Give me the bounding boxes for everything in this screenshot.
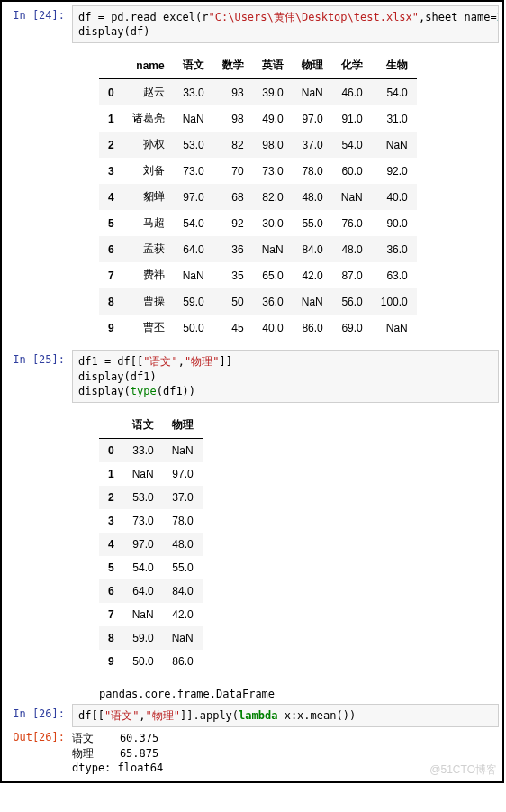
- cell: 48.0: [293, 184, 332, 210]
- cell: 55.0: [293, 210, 332, 236]
- cell: 78.0: [163, 509, 203, 533]
- cell: 48.0: [332, 236, 372, 262]
- cell: 42.0: [163, 603, 203, 626]
- cell: 100.0: [372, 288, 417, 315]
- row-index: 5: [99, 210, 123, 236]
- cell: 54.0: [123, 556, 163, 579]
- table-row: 7费祎NaN3565.042.087.063.0: [99, 262, 417, 288]
- cell: 70: [213, 158, 253, 184]
- cell-24-body: df = pd.read_excel(r"C:\Users\黄伟\Desktop…: [72, 5, 502, 350]
- cell: 97.0: [163, 462, 203, 486]
- row-index: 8: [99, 288, 123, 315]
- cell: 37.0: [293, 132, 332, 158]
- cell: 孟获: [123, 236, 174, 262]
- cell: 50: [213, 288, 253, 315]
- cell: 42.0: [293, 262, 332, 288]
- table-row: 9曹丕50.04540.086.069.0NaN: [99, 315, 417, 341]
- cell-25-body: df1 = df[["语文","物理"]] display(df1) displ…: [72, 350, 502, 704]
- table-row: 950.086.0: [99, 650, 203, 673]
- row-index: 1: [99, 462, 123, 486]
- prompt-in-24: In [24]:: [2, 5, 72, 22]
- cell: 40.0: [372, 184, 417, 210]
- cell: 65.0: [253, 262, 293, 288]
- row-index: 2: [99, 486, 123, 509]
- cell: 69.0: [332, 315, 372, 341]
- row-index: 4: [99, 184, 123, 210]
- row-index: 3: [99, 509, 123, 533]
- cell: 56.0: [332, 288, 372, 315]
- prompt-in-26: In [26]:: [2, 704, 72, 720]
- cell: 97.0: [293, 105, 332, 132]
- cell: 37.0: [163, 486, 203, 509]
- row-index: 7: [99, 262, 123, 288]
- cell: 92.0: [372, 158, 417, 184]
- cell: 40.0: [253, 315, 293, 341]
- column-header: [99, 412, 123, 439]
- cell: 86.0: [163, 650, 203, 673]
- cell: 73.0: [253, 158, 293, 184]
- cell: 50.0: [174, 315, 213, 341]
- cell: 68: [213, 184, 253, 210]
- code-input-25[interactable]: df1 = df[["语文","物理"]] display(df1) displ…: [72, 350, 499, 403]
- dataframe-table-1: name语文数学英语物理化学生物0赵云33.09339.0NaN46.054.0…: [99, 52, 417, 341]
- cell: 49.0: [253, 105, 293, 132]
- column-header: 语文: [123, 412, 163, 439]
- cell: NaN: [332, 184, 372, 210]
- row-index: 4: [99, 533, 123, 556]
- cell: 64.0: [174, 236, 213, 262]
- cell: NaN: [372, 132, 417, 158]
- cell: 46.0: [332, 79, 372, 106]
- cell: 马超: [123, 210, 174, 236]
- code-input-26[interactable]: df[["语文","物理"]].apply(lambda x:x.mean()): [72, 704, 499, 727]
- cell: 33.0: [123, 438, 163, 462]
- cell: 33.0: [174, 79, 213, 106]
- row-index: 0: [99, 79, 123, 106]
- cell: 31.0: [372, 105, 417, 132]
- cell: 诸葛亮: [123, 105, 174, 132]
- row-index: 9: [99, 315, 123, 341]
- cell: 45: [213, 315, 253, 341]
- table-row: 4貂蝉97.06882.048.0NaN40.0: [99, 184, 417, 210]
- row-index: 6: [99, 579, 123, 603]
- cell: 82.0: [253, 184, 293, 210]
- row-index: 9: [99, 650, 123, 673]
- cell: 64.0: [123, 579, 163, 603]
- row-index: 8: [99, 626, 123, 650]
- cell: 90.0: [372, 210, 417, 236]
- cell: 貂蝉: [123, 184, 174, 210]
- cell: 刘备: [123, 158, 174, 184]
- cell: NaN: [163, 438, 203, 462]
- prompt-out-26: Out[26]:: [2, 727, 72, 744]
- cell: 曹操: [123, 288, 174, 315]
- cell: 59.0: [123, 626, 163, 650]
- row-index: 6: [99, 236, 123, 262]
- table-row: 2孙权53.08298.037.054.0NaN: [99, 132, 417, 158]
- table-row: 554.055.0: [99, 556, 203, 579]
- row-index: 7: [99, 603, 123, 626]
- cell: 55.0: [163, 556, 203, 579]
- row-index: 0: [99, 438, 123, 462]
- cell: 60.0: [332, 158, 372, 184]
- column-header: 生物: [372, 52, 417, 79]
- table-row: 8曹操59.05036.0NaN56.0100.0: [99, 288, 417, 315]
- cell: 97.0: [123, 533, 163, 556]
- code-input-24[interactable]: df = pd.read_excel(r"C:\Users\黄伟\Desktop…: [72, 5, 499, 43]
- row-index: 1: [99, 105, 123, 132]
- cell: NaN: [293, 79, 332, 106]
- cell: 36: [213, 236, 253, 262]
- column-header: 英语: [253, 52, 293, 79]
- table-row: 1NaN97.0: [99, 462, 203, 486]
- table-row: 664.084.0: [99, 579, 203, 603]
- cell: NaN: [123, 462, 163, 486]
- table-row: 033.0NaN: [99, 438, 203, 462]
- table-row: 7NaN42.0: [99, 603, 203, 626]
- column-header: 物理: [293, 52, 332, 79]
- cell: 36.0: [253, 288, 293, 315]
- table-row: 497.048.0: [99, 533, 203, 556]
- cell: 30.0: [253, 210, 293, 236]
- cell: NaN: [174, 262, 213, 288]
- cell: NaN: [372, 315, 417, 341]
- type-output: pandas.core.frame.DataFrame: [99, 682, 499, 704]
- table-row: 859.0NaN: [99, 626, 203, 650]
- cell: 孙权: [123, 132, 174, 158]
